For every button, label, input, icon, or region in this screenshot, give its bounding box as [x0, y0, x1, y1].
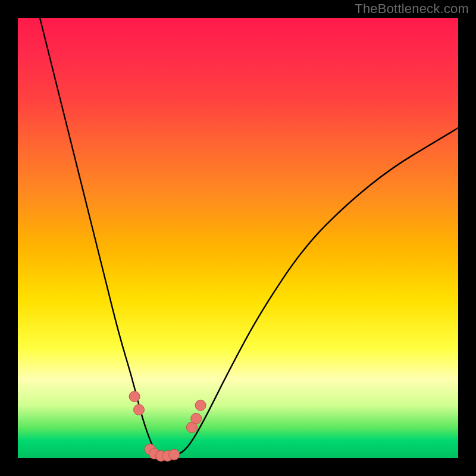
curve-marker — [195, 400, 206, 411]
curve-marker — [134, 405, 145, 415]
curve-marker — [191, 413, 202, 424]
chart-frame: TheBottleneck.com — [0, 0, 476, 476]
bottleneck-curve — [40, 18, 458, 456]
curve-marker — [169, 449, 180, 460]
curve-markers — [129, 391, 206, 461]
watermark-text: TheBottleneck.com — [355, 1, 469, 17]
chart-svg — [0, 0, 476, 476]
curve-marker — [129, 391, 140, 402]
